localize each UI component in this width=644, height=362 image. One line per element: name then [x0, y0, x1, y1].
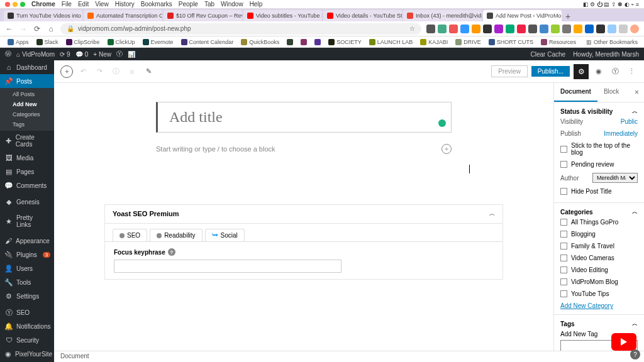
ext-icon[interactable] — [574, 25, 582, 33]
sidebar-item-plugins[interactable]: 🔌Plugins3 — [0, 248, 54, 261]
menu-file[interactable]: File — [62, 1, 72, 8]
bookmark-item[interactable]: QuickBooks — [238, 39, 282, 45]
ext-icon[interactable] — [438, 25, 447, 33]
address-bar[interactable]: 🔒 vidpromom.com/wp-admin/post-new.php ☆ — [60, 23, 421, 35]
add-block-inline[interactable]: ＋ — [441, 144, 452, 154]
sidebar-item-dashboard[interactable]: ⌂Dashboard — [0, 60, 54, 74]
ext-menu[interactable] — [619, 25, 628, 33]
category-checkbox[interactable] — [560, 243, 567, 250]
sidebar-item-settings[interactable]: ⚙Settings — [0, 289, 54, 303]
menu-tab[interactable]: Tab — [204, 1, 214, 8]
bookmark-item[interactable]: Evernote — [140, 39, 176, 45]
sidebar-item-pretty-links[interactable]: ★Pretty Links — [0, 211, 54, 231]
content-placeholder[interactable]: Start writing or type / to choose a bloc… — [156, 144, 452, 154]
bookmark-item[interactable]: LAUNCH LAB — [367, 39, 416, 45]
ext-icon[interactable] — [562, 25, 571, 33]
menu-bookmarks[interactable]: Bookmarks — [141, 1, 172, 8]
sidebar-item-pages[interactable]: ▤Pages — [0, 165, 54, 178]
menu-edit[interactable]: Edit — [78, 1, 89, 8]
sidebar-item-pixelyoursite[interactable]: ◉PixelYourSite — [0, 347, 54, 361]
redo-button[interactable]: ↷ — [93, 65, 106, 78]
bookmark-item[interactable]: Apps — [5, 39, 31, 45]
wp-logo[interactable]: Ⓦ — [5, 50, 11, 58]
pending-checkbox[interactable] — [560, 161, 567, 168]
youtube-subscribe-overlay[interactable] — [611, 333, 636, 351]
outline-button[interactable]: ≡ — [126, 65, 138, 78]
bookmark-item[interactable] — [298, 39, 309, 45]
yoast-tab-seo[interactable]: SEO — [113, 229, 147, 241]
sidebar-subitem[interactable]: Categories — [0, 109, 54, 119]
sidebar-subitem[interactable]: Tags — [0, 119, 54, 129]
publish-button[interactable]: Publish... — [531, 66, 570, 77]
menu-history[interactable]: History — [115, 1, 135, 8]
menu-window[interactable]: Window — [221, 1, 243, 8]
forward-button[interactable]: → — [19, 25, 28, 33]
sidebar-item-tools[interactable]: 🔧Tools — [0, 275, 54, 289]
menu-view[interactable]: View — [95, 1, 109, 8]
window-controls[interactable] — [5, 2, 25, 7]
bookmark-item[interactable]: Content Calendar — [179, 39, 236, 45]
ext-icon[interactable] — [540, 25, 548, 33]
reload-button[interactable]: ⟳ — [33, 25, 42, 33]
visibility-value[interactable]: Public — [621, 118, 638, 125]
ext-icon[interactable] — [517, 25, 526, 33]
post-title-input[interactable]: Add title — [156, 102, 452, 133]
howdy-user[interactable]: Howdy, Meredith Marsh — [573, 51, 639, 58]
help-icon[interactable]: ? — [168, 248, 175, 256]
category-checkbox[interactable] — [560, 219, 567, 226]
browser-tab[interactable]: Video details - YouTube Studio× — [323, 10, 402, 21]
yoast-tab-readability[interactable]: Readability — [150, 229, 202, 241]
bookmark-item[interactable]: Slack — [34, 39, 61, 45]
bookmark-item[interactable] — [284, 39, 296, 45]
browser-tab[interactable]: Video subtitles - YouTube Studio× — [243, 10, 322, 21]
ext-icon[interactable] — [528, 25, 537, 33]
sidebar-item-seo[interactable]: ⓎSEO — [0, 305, 54, 319]
site-name[interactable]: ⌂ VidProMom — [16, 51, 55, 58]
ext-icon[interactable] — [596, 25, 605, 33]
stick-checkbox[interactable] — [560, 146, 567, 153]
menu-help[interactable]: Help — [250, 1, 263, 8]
ext-icon[interactable] — [483, 25, 492, 33]
jetpack-icon[interactable]: ◉ — [592, 65, 605, 78]
focus-keyphrase-input[interactable] — [114, 260, 341, 273]
browser-tab[interactable]: $10 Off Rev Coupon – Rev× — [164, 10, 242, 21]
ext-icon[interactable] — [551, 25, 560, 33]
undo-button[interactable]: ↶ — [77, 65, 89, 78]
panel-categories-header[interactable]: Categories︿ — [560, 208, 638, 216]
panel-tags-header[interactable]: Tags︿ — [560, 320, 638, 328]
bookmark-item[interactable]: KAJABI — [418, 39, 450, 45]
yoast-tab-social[interactable]: ⮩Social — [205, 229, 245, 241]
clear-cache[interactable]: Clear Cache — [531, 51, 566, 58]
sidebar-item-appearance[interactable]: 🖌Appearance — [0, 234, 54, 248]
edit-button[interactable]: ✎ — [142, 65, 155, 78]
profile-avatar[interactable] — [630, 25, 639, 33]
ext-icon[interactable] — [472, 25, 480, 33]
comments-count[interactable]: 💬 0 — [75, 51, 89, 58]
help-button[interactable]: ? — [630, 349, 640, 359]
star-icon[interactable]: ☆ — [409, 25, 415, 32]
bookmark-item[interactable]: ClipScribe — [64, 39, 103, 45]
sidebar-item-comments[interactable]: 💬Comments — [0, 178, 54, 192]
preview-button[interactable]: Preview — [491, 65, 528, 77]
ext-icon[interactable] — [506, 25, 514, 33]
sidebar-item-notifications[interactable]: 🔔Notifications — [0, 319, 54, 333]
seo-icon[interactable]: Ⓨ — [116, 50, 123, 58]
category-checkbox[interactable] — [560, 278, 567, 285]
yoast-icon[interactable]: Ⓨ — [609, 65, 621, 78]
stats-icon[interactable]: 📊 — [128, 51, 135, 58]
home-button[interactable]: ⌂ — [47, 25, 55, 33]
new-tab-button[interactable]: + — [563, 11, 573, 21]
browser-tab[interactable]: Add New Post ‹ VidProMom —× — [483, 10, 562, 21]
tab-block[interactable]: Block — [597, 83, 625, 102]
more-menu[interactable]: ⋮ — [625, 65, 638, 78]
sidebar-item-security[interactable]: 🛡Security — [0, 333, 54, 347]
grammarly-icon[interactable] — [438, 119, 446, 127]
info-button[interactable]: ⓘ — [109, 65, 122, 78]
hide-title-checkbox[interactable] — [560, 188, 567, 195]
category-checkbox[interactable] — [560, 255, 567, 261]
back-button[interactable]: ← — [5, 25, 14, 33]
ext-icon[interactable] — [426, 25, 435, 33]
browser-tab[interactable]: Automated Transcription Check× — [84, 10, 162, 21]
bookmark-item[interactable]: SHORT CUTS — [486, 39, 536, 45]
chevron-up-icon[interactable]: ︿ — [489, 210, 495, 218]
